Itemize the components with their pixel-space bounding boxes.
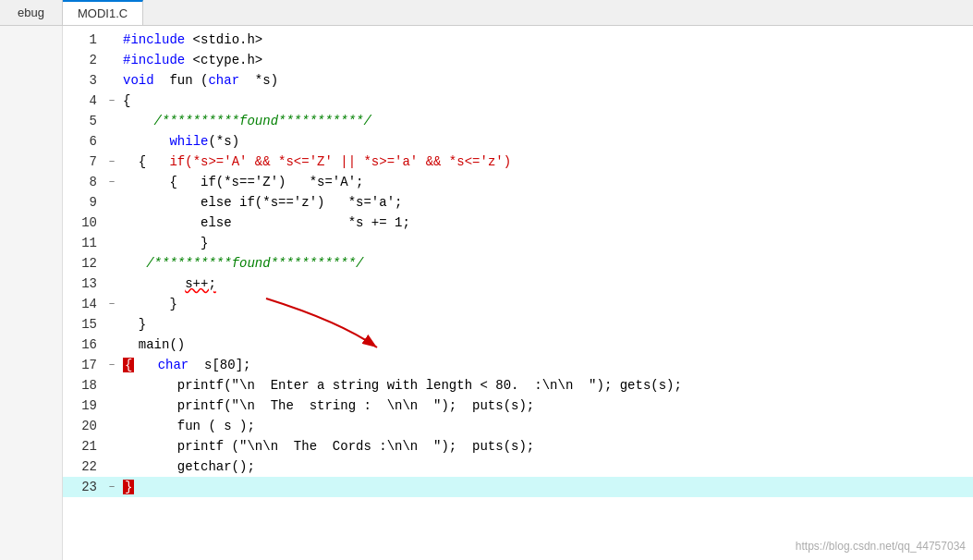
code-content: } — [119, 477, 973, 497]
line-number: 1 — [63, 30, 104, 50]
code-content: printf("\n Enter a string with length < … — [119, 375, 973, 396]
code-content: else if(*s=='z') *s='a'; — [119, 192, 973, 213]
code-line: 9 else if(*s=='z') *s='a'; — [63, 192, 973, 213]
code-content: } — [119, 233, 973, 253]
line-number: 7 — [63, 152, 104, 172]
code-content: #include <ctype.h> — [119, 50, 973, 70]
code-content: s++; — [119, 274, 973, 294]
code-line: 13 s++; — [63, 274, 973, 294]
code-content: printf("\n The string : \n\n "); puts(s)… — [119, 396, 973, 416]
sidebar-label: ebug — [0, 0, 63, 25]
line-number: 14 — [63, 294, 104, 314]
code-content: { — [119, 91, 973, 111]
code-line: 10 else *s += 1; — [63, 213, 973, 233]
line-number: 20 — [63, 416, 104, 436]
tab-bar: ebug MODI1.C — [0, 0, 973, 26]
code-line: 15 } — [63, 314, 973, 335]
line-number: 4 — [63, 91, 104, 111]
code-line: 5 /**********found***********/ — [63, 111, 973, 131]
code-content: getchar(); — [119, 457, 973, 477]
fold-minus-icon[interactable]: − — [104, 477, 119, 497]
line-number: 22 — [63, 457, 104, 477]
code-content: printf ("\n\n The Cords :\n\n "); puts(s… — [119, 436, 973, 457]
code-content: { if(*s>='A' && *s<='Z' || *s>='a' && *s… — [119, 152, 973, 172]
code-line: 11 } — [63, 233, 973, 253]
line-number: 2 — [63, 50, 104, 70]
fold-minus-icon[interactable]: − — [104, 152, 119, 172]
code-container: 1 #include <stdio.h> 2 #include <ctype.h… — [63, 26, 973, 501]
content-area: 1 #include <stdio.h> 2 #include <ctype.h… — [0, 26, 973, 560]
line-number: 18 — [63, 375, 104, 396]
code-content: } — [119, 294, 973, 314]
fold-minus-icon[interactable]: − — [104, 91, 119, 111]
code-content: } — [119, 314, 973, 335]
code-line: 6 while(*s) — [63, 131, 973, 152]
code-line: 7 − { if(*s>='A' && *s<='Z' || *s>='a' &… — [63, 152, 973, 172]
file-tab[interactable]: MODI1.C — [63, 0, 143, 25]
code-line: 22 getchar(); — [63, 457, 973, 477]
code-line: 2 #include <ctype.h> — [63, 50, 973, 70]
line-number: 13 — [63, 274, 104, 294]
line-number: 21 — [63, 436, 104, 457]
code-line: 4 − { — [63, 91, 973, 111]
watermark: https://blog.csdn.net/qq_44757034 — [796, 540, 966, 553]
line-number: 10 — [63, 213, 104, 233]
sidebar — [0, 26, 63, 560]
code-content: { char s[80]; — [119, 355, 973, 375]
line-number: 3 — [63, 70, 104, 91]
code-content: fun ( s ); — [119, 416, 973, 436]
line-number: 12 — [63, 253, 104, 274]
code-content: #include <stdio.h> — [119, 30, 973, 50]
code-line: 8 − { if(*s=='Z') *s='A'; — [63, 172, 973, 192]
code-content: /**********found***********/ — [119, 111, 973, 131]
line-number: 5 — [63, 111, 104, 131]
code-line: 17 − { char s[80]; — [63, 355, 973, 375]
line-number: 15 — [63, 314, 104, 335]
fold-minus-icon[interactable]: − — [104, 172, 119, 192]
code-line: 21 printf ("\n\n The Cords :\n\n "); put… — [63, 436, 973, 457]
main-window: ebug MODI1.C 1 #include <stdio.h> 2 #inc… — [0, 0, 973, 560]
code-line: 19 printf("\n The string : \n\n "); puts… — [63, 396, 973, 416]
code-content: else *s += 1; — [119, 213, 973, 233]
code-line: 1 #include <stdio.h> — [63, 30, 973, 50]
line-number: 16 — [63, 335, 104, 355]
fold-minus-icon[interactable]: − — [104, 294, 119, 314]
code-line: 18 printf("\n Enter a string with length… — [63, 375, 973, 396]
code-line: 20 fun ( s ); — [63, 416, 973, 436]
line-number: 6 — [63, 131, 104, 152]
code-line: 16 main() — [63, 335, 973, 355]
line-number: 8 — [63, 172, 104, 192]
code-content: { if(*s=='Z') *s='A'; — [119, 172, 973, 192]
code-content: while(*s) — [119, 131, 973, 152]
code-line: 12 /**********found***********/ — [63, 253, 973, 274]
line-number: 9 — [63, 192, 104, 213]
line-number: 17 — [63, 355, 104, 375]
code-line: 23 − } — [63, 477, 973, 497]
code-panel[interactable]: 1 #include <stdio.h> 2 #include <ctype.h… — [63, 26, 973, 560]
line-number: 23 — [63, 477, 104, 497]
code-line: 3 void fun (char *s) — [63, 70, 973, 91]
line-number: 19 — [63, 396, 104, 416]
line-number: 11 — [63, 233, 104, 253]
fold-minus-icon[interactable]: − — [104, 355, 119, 375]
code-content: main() — [119, 335, 973, 355]
code-content: /**********found***********/ — [119, 253, 973, 274]
code-line: 14 − } — [63, 294, 973, 314]
code-content: void fun (char *s) — [119, 70, 973, 91]
